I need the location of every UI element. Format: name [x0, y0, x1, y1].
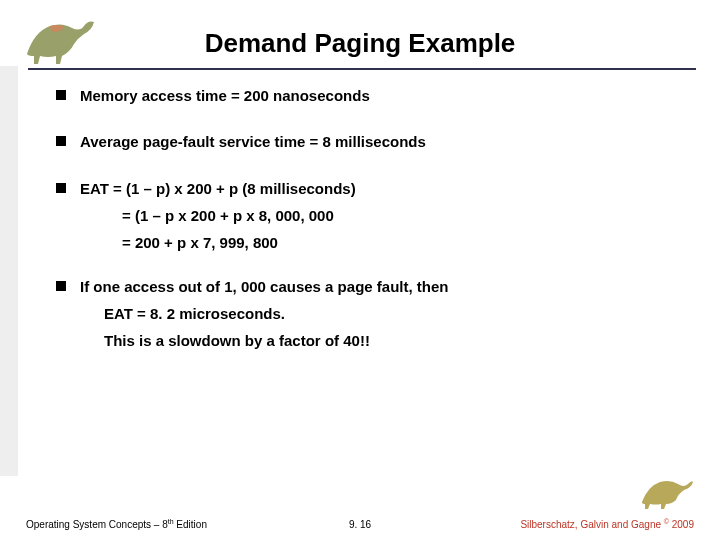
square-bullet-icon — [56, 183, 66, 193]
bullet-item: If one access out of 1, 000 causes a pag… — [56, 277, 676, 297]
title-underline — [28, 68, 696, 70]
bullet-text: Average page-fault service time = 8 mill… — [80, 132, 426, 152]
bullet-text: Memory access time = 200 nanoseconds — [80, 86, 370, 106]
footer-right: Silberschatz, Galvin and Gagne © 2009 — [520, 518, 694, 530]
bullet-item: EAT = (1 – p) x 200 + p (8 milliseconds) — [56, 179, 676, 199]
bullet-subline: = (1 – p x 200 + p x 8, 000, 000 — [122, 207, 676, 224]
footer-right-text: 2009 — [669, 519, 694, 530]
bullet-text: If one access out of 1, 000 causes a pag… — [80, 277, 448, 297]
slide-content: Memory access time = 200 nanoseconds Ave… — [56, 86, 676, 359]
square-bullet-icon — [56, 281, 66, 291]
slide-footer: Operating System Concepts – 8th Edition … — [0, 512, 720, 530]
bullet-item: Average page-fault service time = 8 mill… — [56, 132, 676, 152]
bullet-subline: This is a slowdown by a factor of 40!! — [104, 332, 676, 349]
slide: Demand Paging Example Memory access time… — [0, 0, 720, 540]
bullet-item: Memory access time = 200 nanoseconds — [56, 86, 676, 106]
square-bullet-icon — [56, 90, 66, 100]
left-margin-bar — [0, 66, 18, 476]
footer-right-text: Silberschatz, Galvin and Gagne — [520, 519, 663, 530]
slide-title: Demand Paging Example — [0, 28, 720, 59]
bullet-subline: EAT = 8. 2 microseconds. — [104, 305, 676, 322]
bullet-text: EAT = (1 – p) x 200 + p (8 milliseconds) — [80, 179, 356, 199]
square-bullet-icon — [56, 136, 66, 146]
slide-header: Demand Paging Example — [0, 8, 720, 68]
dinosaur-icon — [638, 474, 694, 510]
bullet-subline: = 200 + p x 7, 999, 800 — [122, 234, 676, 251]
